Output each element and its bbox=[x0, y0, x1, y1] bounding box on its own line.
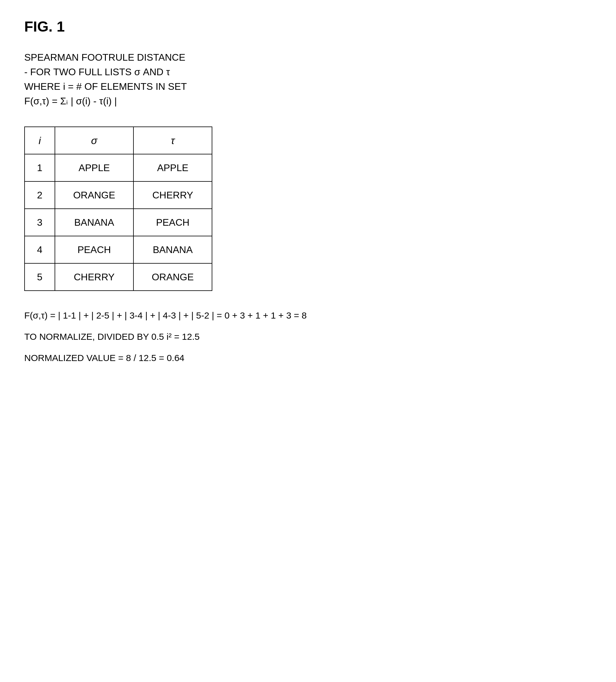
col-header-i: i bbox=[25, 127, 55, 154]
normalized-value: NORMALIZED VALUE = 8 / 12.5 = 0.64 bbox=[24, 351, 310, 364]
table-row: 4 PEACH BANANA bbox=[25, 236, 212, 263]
col-header-sigma: σ bbox=[55, 127, 134, 154]
cell-row2-tau: CHERRY bbox=[134, 181, 212, 209]
cell-row5-sigma: CHERRY bbox=[55, 263, 134, 291]
cell-row2-sigma: ORANGE bbox=[55, 181, 134, 209]
formula-section: F(σ,τ) = | 1-1 | + | 2-5 | + | 3-4 | + |… bbox=[24, 309, 310, 364]
table-row: 5 CHERRY ORANGE bbox=[25, 263, 212, 291]
description-line2: - FOR TWO FULL LISTS σ AND τ bbox=[24, 65, 310, 79]
spearman-table: i σ τ 1 APPLE APPLE 2 ORANGE CHERRY 3 BA… bbox=[24, 127, 212, 291]
cell-row5-i: 5 bbox=[25, 263, 55, 291]
description-block: SPEARMAN FOOTRULE DISTANCE - FOR TWO FUL… bbox=[24, 50, 310, 108]
cell-row5-tau: ORANGE bbox=[134, 263, 212, 291]
table-row: 3 BANANA PEACH bbox=[25, 209, 212, 236]
cell-row1-i: 1 bbox=[25, 154, 55, 181]
table-row: 2 ORANGE CHERRY bbox=[25, 181, 212, 209]
col-header-tau: τ bbox=[134, 127, 212, 154]
cell-row4-tau: BANANA bbox=[134, 236, 212, 263]
cell-row4-i: 4 bbox=[25, 236, 55, 263]
cell-row1-sigma: APPLE bbox=[55, 154, 134, 181]
calculation-formula: F(σ,τ) = | 1-1 | + | 2-5 | + | 3-4 | + |… bbox=[24, 309, 310, 322]
cell-row3-tau: PEACH bbox=[134, 209, 212, 236]
description-line4: F(σ,τ) = Σᵢ | σ(i) - τ(i) | bbox=[24, 94, 310, 108]
cell-row2-i: 2 bbox=[25, 181, 55, 209]
cell-row3-i: 3 bbox=[25, 209, 55, 236]
normalize-formula: TO NORMALIZE, DIVIDED BY 0.5 i² = 12.5 bbox=[24, 331, 310, 343]
description-line3: WHERE i = # OF ELEMENTS IN SET bbox=[24, 79, 310, 94]
table-row: 1 APPLE APPLE bbox=[25, 154, 212, 181]
cell-row4-sigma: PEACH bbox=[55, 236, 134, 263]
cell-row1-tau: APPLE bbox=[134, 154, 212, 181]
description-line1: SPEARMAN FOOTRULE DISTANCE bbox=[24, 50, 310, 65]
figure-title: FIG. 1 bbox=[24, 18, 310, 35]
cell-row3-sigma: BANANA bbox=[55, 209, 134, 236]
data-table-wrapper: i σ τ 1 APPLE APPLE 2 ORANGE CHERRY 3 BA… bbox=[24, 127, 310, 291]
